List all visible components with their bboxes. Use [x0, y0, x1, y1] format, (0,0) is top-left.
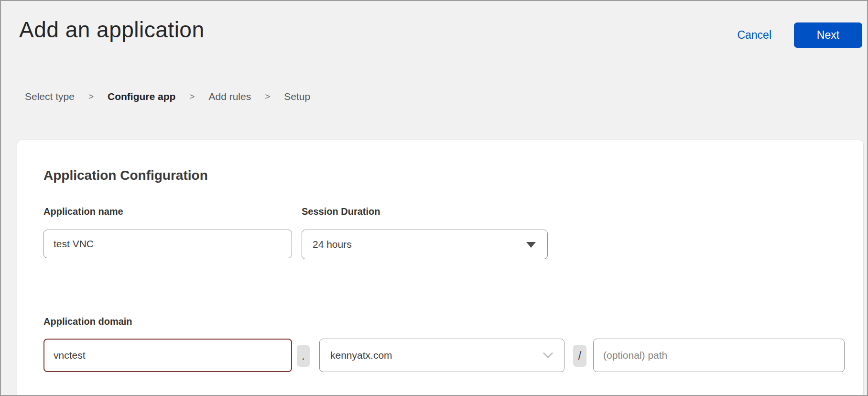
breadcrumb: Select type > Configure app > Add rules … — [25, 91, 310, 102]
breadcrumb-step-setup[interactable]: Setup — [284, 91, 310, 102]
chevron-down-icon — [543, 348, 553, 358]
add-application-page: Add an application Cancel Next Select ty… — [0, 0, 868, 396]
caret-down-icon — [526, 242, 536, 248]
session-duration-select[interactable]: 24 hours — [302, 230, 548, 259]
cancel-button[interactable]: Cancel — [737, 29, 771, 42]
breadcrumb-separator-icon: > — [88, 91, 94, 102]
next-button[interactable]: Next — [794, 22, 862, 48]
subdomain-input[interactable] — [43, 339, 292, 372]
application-name-label: Application name — [43, 206, 123, 217]
path-input[interactable] — [593, 339, 845, 372]
session-duration-label: Session Duration — [302, 206, 380, 217]
application-name-input[interactable] — [43, 230, 292, 258]
section-title: Application Configuration — [43, 168, 208, 183]
domain-select[interactable]: kennyatx.com — [319, 339, 564, 372]
application-domain-label: Application domain — [43, 316, 132, 327]
domain-select-value: kennyatx.com — [330, 350, 392, 361]
session-duration-value: 24 hours — [313, 239, 352, 250]
breadcrumb-step-configure-app[interactable]: Configure app — [108, 91, 175, 102]
breadcrumb-step-select-type[interactable]: Select type — [25, 91, 75, 102]
slash-separator: / — [573, 345, 586, 367]
dot-separator: . — [297, 345, 310, 367]
breadcrumb-separator-icon: > — [189, 91, 195, 102]
breadcrumb-step-add-rules[interactable]: Add rules — [208, 91, 251, 102]
page-title: Add an application — [19, 17, 205, 42]
application-configuration-card: Application Configuration Application na… — [17, 140, 864, 396]
breadcrumb-separator-icon: > — [265, 91, 270, 102]
header-actions: Cancel Next — [737, 22, 862, 48]
